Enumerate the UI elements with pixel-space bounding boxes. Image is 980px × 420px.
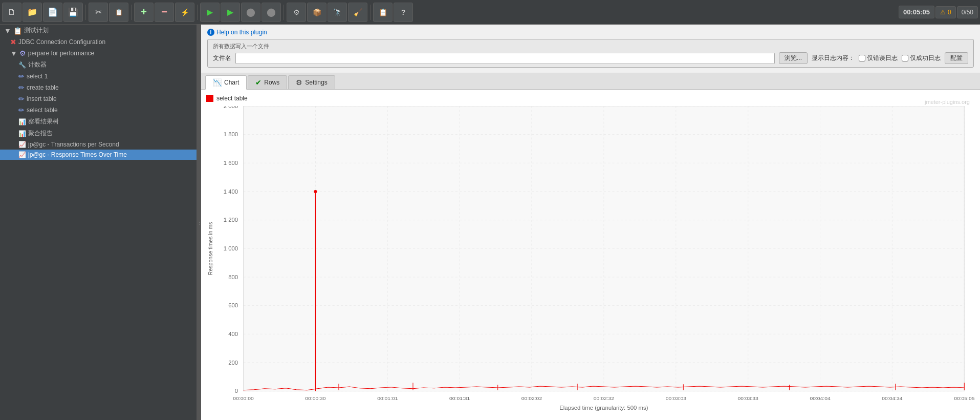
sep5 (370, 5, 371, 20)
svg-text:200: 200 (228, 360, 238, 366)
svg-text:Response times in ms: Response times in ms (207, 222, 213, 275)
open-btn[interactable]: 📁 (23, 3, 42, 22)
tab-settings[interactable]: ⚙ Settings (288, 75, 335, 89)
sidebar-item-label: create table (27, 84, 59, 91)
sidebar-item-label: JDBC Connection Configuration (18, 38, 105, 46)
warning-icon: ⚠ (940, 9, 946, 16)
help-btn[interactable]: ? (394, 3, 413, 22)
sidebar-item-create-table[interactable]: ✏ create table (0, 82, 197, 93)
plugin-btn[interactable]: 📦 (307, 3, 326, 22)
new-file-btn[interactable]: 🗋 (2, 3, 21, 22)
warning-display: ⚠ 0 (935, 6, 956, 18)
svg-text:00:02:32: 00:02:32 (594, 395, 615, 401)
file-row: 文件名 浏览... 显示日志内容： 仅错误日志 仅成功日志 (213, 52, 968, 64)
sampler-icon: ✏ (18, 72, 25, 80)
sidebar-item-jdbc[interactable]: ✖ JDBC Connection Configuration (0, 36, 197, 48)
config-button[interactable]: 配置 (945, 52, 968, 64)
svg-text:1 200: 1 200 (224, 217, 238, 223)
save-btn[interactable]: 💾 (63, 3, 83, 22)
sidebar-item-summary[interactable]: 📊 聚合报告 (0, 128, 197, 139)
success-only-checkbox[interactable] (902, 55, 908, 61)
stop-btn[interactable]: ⬤ (241, 3, 260, 22)
counter-icon: 🔧 (18, 61, 26, 69)
chart-svg-wrapper: 2 000 1 800 1 600 1 400 1 200 1 000 800 … (206, 106, 975, 411)
file-group-title: 所有数据写入一个文件 (213, 43, 968, 50)
sidebar-item-select-table[interactable]: ✏ select table (0, 104, 197, 116)
sidebar-splitter[interactable]: ⋮ (197, 25, 201, 420)
tab-chart-label: Chart (224, 79, 239, 86)
listener2-icon: 📊 (18, 130, 26, 137)
svg-text:00:02:02: 00:02:02 (521, 395, 542, 401)
score-display: 0/50 (957, 6, 978, 18)
tab-chart[interactable]: 📉 Chart (205, 75, 247, 90)
sidebar: ▼ 📋 测试计划 ✖ JDBC Connection Configuration… (0, 25, 197, 420)
chart1-icon: 📈 (18, 141, 26, 148)
sidebar-item-label: jp@gc - Response Times Over Time (28, 151, 127, 158)
sidebar-item-label: perpare for performance (28, 50, 94, 57)
svg-text:00:00:00: 00:00:00 (233, 395, 254, 401)
sidebar-item-tps[interactable]: 📈 jp@gc - Transactions per Second (0, 139, 197, 150)
sidebar-item-counter[interactable]: 🔧 计数器 (0, 59, 197, 71)
sidebar-item-test-plan[interactable]: ▼ 📋 测试计划 (0, 25, 197, 36)
play-start-btn[interactable]: ▶ (221, 3, 240, 22)
svg-text:00:01:31: 00:01:31 (449, 395, 470, 401)
rows-tab-icon: ✔ (255, 78, 262, 87)
sidebar-item-label: 计数器 (28, 60, 47, 69)
tab-settings-label: Settings (305, 79, 327, 86)
cut-btn[interactable]: ✂ (89, 3, 108, 22)
timer-display: 00:05:05 (899, 6, 934, 18)
sidebar-item-label: select table (27, 107, 58, 114)
chart-area: select table jmeter-plugins.org (201, 90, 980, 420)
svg-text:800: 800 (228, 274, 238, 280)
main-layout: ▼ 📋 测试计划 ✖ JDBC Connection Configuration… (0, 25, 980, 420)
sidebar-item-label: 察看结果树 (28, 117, 59, 126)
tree-expand2-icon: ▼ (10, 49, 17, 57)
file-btn[interactable]: 📄 (43, 3, 62, 22)
toolbar: 🗋 📁 📄 💾 ✂ 📋 + − ⚡ ▶ ▶ ⬤ ⬤ ⚙ 📦 🔭 🧹 📋 ? 00… (0, 0, 980, 25)
file-section: i Help on this plugin 所有数据写入一个文件 文件名 浏览.… (201, 25, 980, 73)
binoculars-btn[interactable]: 🔭 (328, 3, 347, 22)
log-options: 显示日志内容： 仅错误日志 仅成功日志 (812, 54, 941, 62)
broom-btn[interactable]: 🧹 (348, 3, 367, 22)
sidebar-item-label: jp@gc - Transactions per Second (28, 141, 119, 148)
errors-only-option[interactable]: 仅错误日志 (859, 54, 898, 62)
svg-text:1 600: 1 600 (224, 160, 238, 166)
sidebar-item-rtime[interactable]: 📈 jp@gc - Response Times Over Time (0, 150, 197, 160)
group-icon: ⚙ (19, 49, 26, 57)
config-btn[interactable]: ⚡ (175, 3, 194, 22)
errors-only-checkbox[interactable] (859, 55, 865, 61)
sidebar-item-label: 聚合报告 (28, 129, 53, 138)
svg-text:0: 0 (235, 388, 238, 394)
remove-btn[interactable]: − (155, 3, 174, 22)
svg-text:2 000: 2 000 (224, 106, 238, 109)
list-btn[interactable]: 📋 (373, 3, 393, 22)
info-icon: i (207, 29, 214, 36)
jdbc-icon: ✖ (10, 38, 16, 46)
legend-label: select table (216, 95, 248, 102)
success-only-label: 仅成功日志 (910, 54, 941, 62)
browse-button[interactable]: 浏览... (779, 52, 808, 64)
tab-rows-label: Rows (264, 79, 279, 86)
sidebar-item-prepare[interactable]: ▼ ⚙ perpare for performance (0, 48, 197, 59)
listener1-icon: 📊 (18, 118, 26, 125)
svg-text:1 800: 1 800 (224, 132, 238, 138)
tab-rows[interactable]: ✔ Rows (248, 75, 287, 89)
sidebar-item-insert-table[interactable]: ✏ insert table (0, 93, 197, 104)
warning-count: 0 (948, 9, 951, 16)
file-input[interactable] (235, 53, 775, 64)
help-link[interactable]: i Help on this plugin (207, 29, 974, 36)
sidebar-item-view-tree[interactable]: 📊 察看结果树 (0, 116, 197, 128)
svg-text:00:00:30: 00:00:30 (305, 395, 326, 401)
stop2-btn[interactable]: ⬤ (262, 3, 281, 22)
file-label: 文件名 (213, 54, 231, 62)
file-group: 所有数据写入一个文件 文件名 浏览... 显示日志内容： 仅错误日志 仅成功日志 (207, 39, 974, 68)
play-btn[interactable]: ▶ (200, 3, 220, 22)
success-only-option[interactable]: 仅成功日志 (902, 54, 941, 62)
help-link-text: Help on this plugin (216, 29, 267, 36)
sidebar-item-select1[interactable]: ✏ select 1 (0, 71, 197, 82)
sampler3-icon: ✏ (18, 95, 25, 103)
monitor-btn[interactable]: ⚙ (287, 3, 306, 22)
sep1 (85, 5, 86, 20)
add-btn[interactable]: + (134, 3, 154, 22)
copy-btn[interactable]: 📋 (109, 3, 128, 22)
